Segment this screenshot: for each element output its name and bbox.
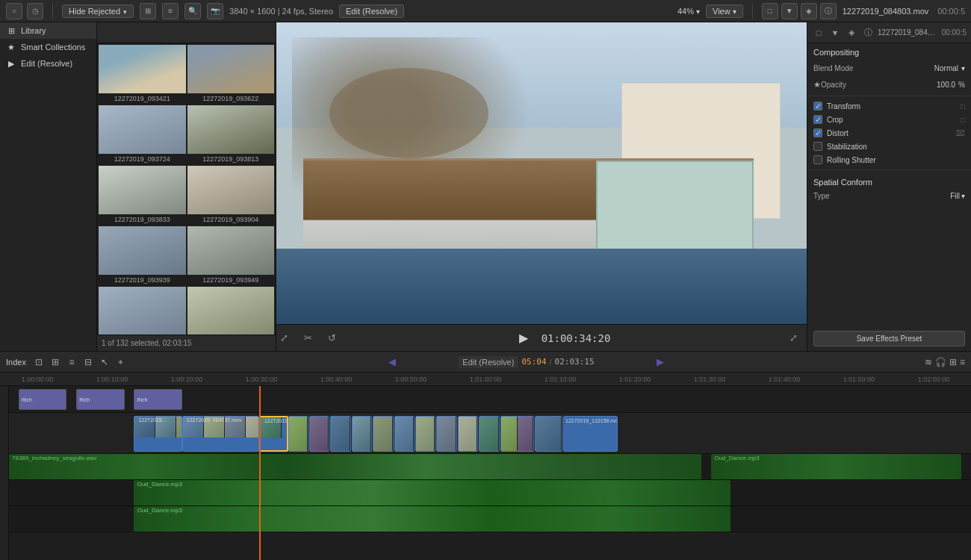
clip-r6[interactable]	[394, 416, 415, 452]
audio2-wave[interactable]: Oud_Dance.mp3	[134, 480, 730, 505]
panel-audio-icon[interactable]: ◈	[845, 26, 858, 40]
media-item-6[interactable]: 12272019_093939	[99, 226, 186, 285]
media-thumb-4	[99, 166, 186, 214]
transform-checkbox[interactable]: ✓	[813, 102, 822, 111]
media-item-9[interactable]: 12272019_094049	[187, 287, 275, 335]
track-row-audio2: Oud_Dance.mp3	[9, 480, 971, 506]
opacity-star[interactable]: ★	[813, 80, 821, 90]
right-panel-duration: 00:00:5	[942, 28, 967, 37]
tl-arrow-icon[interactable]: ↖	[98, 355, 111, 369]
list-view-btn[interactable]: ≡	[162, 3, 179, 19]
tl-icon-4[interactable]: ⊟	[81, 355, 95, 369]
type-value[interactable]: Fill	[950, 192, 965, 200]
tl-icon-1[interactable]: ⊡	[32, 355, 46, 369]
audio-icon-btn[interactable]: ◈	[801, 3, 817, 19]
sidebar-item-library[interactable]: ⊞ Library	[0, 22, 96, 39]
media-item-8[interactable]: 12272019_094032	[99, 287, 186, 335]
search-btn[interactable]: 🔍	[184, 3, 201, 19]
fullscreen-btn[interactable]: ⤢	[786, 331, 801, 346]
clip-r10[interactable]	[479, 416, 499, 452]
blend-mode-value[interactable]: Normal	[934, 64, 965, 72]
clip-r3[interactable]	[330, 416, 350, 452]
blend-mode-label: Blend Mode	[813, 64, 934, 72]
play-button[interactable]: ▶	[515, 329, 533, 347]
tl-gear-icon[interactable]: ≡	[960, 357, 965, 367]
save-effects-btn[interactable]: Save Effects Preset	[813, 331, 965, 346]
tl-headphone-icon[interactable]: 🎧	[935, 357, 946, 367]
clip-r11[interactable]	[500, 416, 535, 452]
crop-checkbox[interactable]: ✓	[813, 115, 822, 124]
ring-icon-btn[interactable]: ○	[6, 3, 22, 19]
clip-rich-3[interactable]: Rich	[134, 389, 182, 410]
filter-icon-btn[interactable]: ▼	[781, 3, 798, 19]
audio1-wave-2[interactable]: Oud_Dance.mp3	[711, 454, 961, 479]
audio3-wave[interactable]: Oud_Dance.mp3	[134, 506, 730, 532]
clip-rich-1[interactable]: Rich	[19, 389, 66, 410]
clip-video-1[interactable]: 12272019...	[134, 416, 182, 452]
clip-rich-2[interactable]: Rich	[76, 389, 124, 410]
rotate-btn[interactable]: ↺	[324, 331, 339, 346]
clip-r12[interactable]	[535, 416, 562, 452]
preview-area: ⤢ ✂ ↺ ▶ 01:00:34:20 ⤢	[276, 22, 807, 351]
crop-expand-icon[interactable]: □	[961, 116, 965, 124]
sidebar-item-edit-resolve[interactable]: ▶ Edit (Resolve)	[0, 55, 96, 72]
media-item-7[interactable]: 12272019_093949	[187, 226, 275, 285]
tl-icon-3[interactable]: ≡	[65, 355, 78, 369]
clip-r8[interactable]	[436, 416, 456, 452]
transform-btn[interactable]: ⤢	[276, 331, 291, 346]
compositing-header: Compositing	[807, 43, 971, 60]
audio1-wave[interactable]: 78389_inchadney_seagulls.wav	[9, 454, 701, 479]
clock-icon-btn[interactable]: ◷	[27, 3, 43, 19]
clip-r2[interactable]	[309, 416, 329, 452]
clip-video-2[interactable]: 12272019_084737.mov	[182, 416, 259, 452]
sidebar-item-smart-collections[interactable]: ★ Smart Collections	[0, 39, 96, 55]
crop-btn[interactable]: ✂	[300, 331, 315, 346]
media-item-0[interactable]: 12272019_093421	[99, 45, 186, 104]
panel-filter-icon[interactable]: ▼	[828, 26, 842, 40]
clip-r7[interactable]	[415, 416, 435, 452]
timeline-tracks[interactable]: Rich Rich Rich 12272019...	[9, 386, 971, 560]
rolling-shutter-label: Rolling Shutter	[827, 156, 965, 164]
ruler-mark-5: 1:00:50:00	[373, 376, 448, 383]
tl-next-btn[interactable]: ▶	[657, 356, 664, 367]
edit-resolve-btn[interactable]: Edit (Resolve)	[339, 4, 404, 18]
media-thumb-1	[187, 45, 275, 93]
panel-grid-icon[interactable]: □	[812, 26, 825, 40]
video-preview	[276, 22, 807, 324]
clip-r5[interactable]	[373, 416, 393, 452]
grid-view-btn[interactable]: ⊞	[140, 3, 156, 19]
tl-icon-2[interactable]: ⊞	[49, 355, 62, 369]
media-thumb-8	[99, 287, 186, 335]
clip-r9[interactable]	[458, 416, 478, 452]
media-item-5[interactable]: 12272019_093904	[187, 166, 275, 225]
camera-btn[interactable]: 📷	[207, 3, 223, 19]
video-canvas	[276, 22, 807, 324]
media-item-3[interactable]: 12272019_093813	[187, 105, 275, 164]
tl-prev-btn[interactable]: ◀	[388, 356, 396, 367]
media-item-2[interactable]: 12272019_093724	[99, 105, 186, 164]
clip-r4[interactable]	[352, 416, 372, 452]
view-btn[interactable]: View	[706, 4, 743, 18]
hide-rejected-btn[interactable]: Hide Rejected	[62, 4, 134, 18]
right-panel: □ ▼ ◈ ⓘ 12272019_084803.mov 00:00:5 Comp…	[807, 22, 971, 351]
distort-expand-icon[interactable]: ⌧	[956, 129, 965, 137]
media-item-4[interactable]: 12272019_093833	[99, 166, 186, 225]
tl-clip-icon[interactable]: ⊞	[949, 357, 957, 367]
transform-expand-icon[interactable]: □	[961, 102, 965, 111]
top-bar-left: ○ ◷	[6, 3, 43, 19]
media-thumb-5	[187, 166, 275, 214]
clip-video-selected[interactable]: 12272019_0..	[259, 416, 288, 452]
tl-waveform-icon[interactable]: ≋	[925, 357, 932, 367]
clip-r1[interactable]	[288, 416, 308, 452]
stabilization-checkbox[interactable]	[813, 142, 822, 151]
zoom-level-btn[interactable]: 44%	[677, 7, 700, 16]
tl-tools-icon[interactable]: ⌖	[114, 355, 128, 369]
rolling-shutter-checkbox[interactable]	[813, 155, 822, 164]
info-icon-btn[interactable]: ⓘ	[820, 3, 837, 19]
panel-info-icon[interactable]: ⓘ	[861, 26, 875, 40]
clip-r13[interactable]: 12272019_110158.mov	[563, 416, 618, 452]
inspector-icon-btn[interactable]: □	[762, 3, 778, 19]
playhead[interactable]	[259, 386, 261, 560]
media-item-1[interactable]: 12272019_093622	[187, 45, 275, 104]
distort-checkbox[interactable]: ✓	[813, 128, 822, 137]
